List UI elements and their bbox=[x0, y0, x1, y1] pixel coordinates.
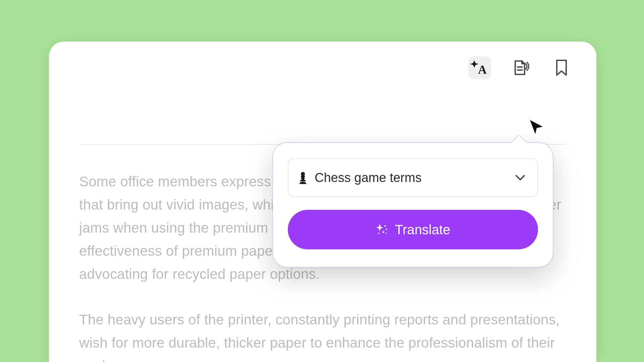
page-background: A bbox=[0, 0, 644, 362]
popover-arrow bbox=[511, 134, 528, 152]
svg-point-7 bbox=[383, 231, 384, 233]
svg-point-3 bbox=[301, 172, 305, 176]
chess-pawn-icon bbox=[299, 171, 307, 184]
read-aloud-button[interactable] bbox=[509, 56, 532, 79]
svg-point-6 bbox=[386, 229, 387, 230]
chevron-down-icon bbox=[515, 175, 525, 181]
glossary-select-label: Chess game terms bbox=[315, 171, 422, 185]
ai-translate-button[interactable]: A bbox=[468, 56, 491, 79]
glossary-select-value: Chess game terms bbox=[299, 171, 422, 185]
article-paragraph: The heavy users of the printer, constant… bbox=[79, 308, 563, 362]
svg-point-5 bbox=[384, 225, 386, 227]
doc-sound-icon bbox=[512, 59, 529, 76]
toolbar: A bbox=[468, 56, 573, 79]
svg-point-8 bbox=[378, 233, 379, 234]
cursor-pointer-icon bbox=[529, 119, 545, 135]
sparkle-a-icon: A bbox=[470, 60, 489, 76]
reader-card: A bbox=[49, 42, 596, 362]
translate-popover: Chess game terms Tran bbox=[272, 142, 553, 267]
sparkles-icon bbox=[375, 223, 388, 236]
svg-rect-4 bbox=[300, 180, 306, 181]
bookmark-icon bbox=[555, 60, 568, 76]
svg-text:A: A bbox=[478, 63, 487, 76]
translate-button[interactable]: Translate bbox=[288, 210, 538, 249]
glossary-select[interactable]: Chess game terms bbox=[288, 158, 538, 197]
svg-point-9 bbox=[386, 233, 387, 234]
bookmark-button[interactable] bbox=[550, 56, 573, 79]
translate-button-label: Translate bbox=[395, 222, 450, 237]
